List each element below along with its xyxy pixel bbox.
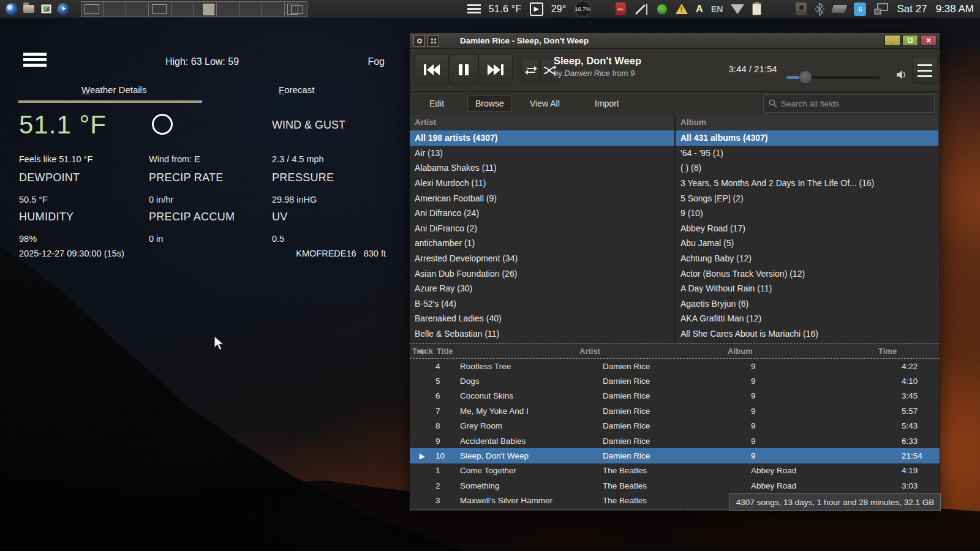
artist-row[interactable]: Alexi Murdoch (11) xyxy=(410,176,674,191)
media-play-icon[interactable]: ▶ xyxy=(530,2,543,16)
minimize-button[interactable]: _ xyxy=(884,35,900,46)
maximize-button[interactable] xyxy=(902,35,918,46)
clock[interactable]: Sat 279:38 AM xyxy=(897,3,974,15)
search-input[interactable] xyxy=(781,99,929,108)
header-time[interactable]: Time xyxy=(878,347,940,356)
tab-edit[interactable]: Edit xyxy=(422,95,451,112)
volume-icon[interactable] xyxy=(896,70,907,80)
album-row[interactable]: 5 Songs [EP] (2) xyxy=(676,190,938,206)
file-manager-icon[interactable] xyxy=(22,2,36,16)
workspace-box[interactable] xyxy=(81,1,104,17)
workspace-box[interactable] xyxy=(172,1,194,17)
workspace-box[interactable] xyxy=(239,1,262,17)
album-row[interactable]: '64 - '95 (1) xyxy=(676,146,938,161)
track-table-header[interactable]: Track Title Artist Album Time xyxy=(410,343,940,359)
artist-row[interactable]: Ani Difranco (24) xyxy=(410,206,674,221)
artist-row[interactable]: Azure Ray (30) xyxy=(410,281,674,296)
track-row[interactable]: 8Grey RoomDamien Rice95:43 xyxy=(410,419,940,433)
enlightenment-logo-icon[interactable] xyxy=(5,2,18,16)
track-row[interactable]: 1Come TogetherThe BeatlesAbbey Road4:19 xyxy=(410,463,940,478)
header-track[interactable]: Track xyxy=(411,347,437,356)
layout-switcher-icon[interactable] xyxy=(731,4,744,14)
workspace-box[interactable] xyxy=(262,1,285,17)
panel-menu-icon[interactable] xyxy=(467,4,481,13)
font-indicator[interactable]: A xyxy=(696,3,703,15)
clipboard-icon[interactable] xyxy=(752,3,761,15)
panel-temperature-2[interactable]: 29° xyxy=(551,4,567,15)
workspace-box[interactable] xyxy=(194,1,217,17)
workspace-box[interactable] xyxy=(285,1,307,17)
next-track-button[interactable] xyxy=(478,54,513,85)
repeat-icon[interactable] xyxy=(521,59,540,81)
album-row[interactable]: Abbey Road (17) xyxy=(676,221,938,236)
color-picker-pencil-icon[interactable] xyxy=(634,2,649,16)
color-swatch-icon[interactable] xyxy=(657,4,668,15)
album-row[interactable]: A Day Without Rain (11) xyxy=(676,281,938,296)
temperature-sensor-icon[interactable]: 6 xyxy=(854,2,866,16)
removable-drive-icon[interactable] xyxy=(831,5,847,13)
album-row[interactable]: 9 (10) xyxy=(676,206,938,221)
keyboard-language[interactable]: EN xyxy=(711,4,723,14)
album-row[interactable]: ( ) (8) xyxy=(676,160,938,176)
track-row[interactable]: 5DogsDamien Rice94:10 xyxy=(410,373,940,388)
window-titlebar[interactable]: Damien Rice - Sleep, Don't Weep _ ✕ xyxy=(410,33,940,49)
album-column-header[interactable]: Album xyxy=(676,114,938,130)
album-row[interactable]: Actor (Bonus Track Version) (12) xyxy=(676,266,938,281)
image-viewer-icon[interactable] xyxy=(39,2,53,16)
display-network-icon[interactable] xyxy=(874,3,889,15)
artist-row[interactable]: American Football (9) xyxy=(410,190,674,206)
tab-forecast[interactable]: Forecast xyxy=(279,84,314,95)
previous-track-button[interactable] xyxy=(415,54,449,85)
dictionary-icon[interactable]: Abc xyxy=(616,2,626,15)
seek-slider-handle[interactable] xyxy=(799,70,812,84)
main-menu-button[interactable] xyxy=(912,57,938,84)
tab-view-all[interactable]: View All xyxy=(522,95,567,112)
header-album[interactable]: Album xyxy=(728,347,878,356)
album-row[interactable]: Achtung Baby (12) xyxy=(676,251,938,266)
pause-button[interactable] xyxy=(449,54,478,85)
album-row[interactable]: 3 Years, 5 Months And 2 Days In The Life… xyxy=(676,176,938,191)
artist-column-header[interactable]: Artist xyxy=(410,114,674,130)
artist-row[interactable]: Belle & Sebastian (11) xyxy=(410,326,674,342)
header-title[interactable]: Title xyxy=(437,347,579,356)
window-menu-button[interactable] xyxy=(413,35,425,47)
tab-weather-details[interactable]: Weather Details xyxy=(81,84,146,95)
workspace-box[interactable] xyxy=(217,1,239,17)
artist-row[interactable]: Arrested Development (34) xyxy=(410,251,674,266)
artist-row[interactable]: Ani DiFranco (2) xyxy=(410,221,674,236)
pointer-settings-icon[interactable] xyxy=(56,2,70,16)
workspace-box[interactable] xyxy=(104,1,126,17)
artist-row[interactable]: Barenaked Ladies (40) xyxy=(410,311,674,326)
window-shade-button[interactable] xyxy=(428,35,439,47)
track-row[interactable]: 2SomethingThe BeatlesAbbey Road3:03 xyxy=(410,478,940,493)
workspace-box[interactable] xyxy=(126,1,149,17)
artist-row[interactable]: antichamber (1) xyxy=(410,236,674,251)
artist-row[interactable]: Asian Dub Foundation (26) xyxy=(410,266,674,281)
panel-temperature[interactable]: 51.6 °F xyxy=(489,4,522,15)
seek-slider[interactable] xyxy=(786,76,880,79)
track-row[interactable]: 9Accidental BabiesDamien Rice96:33 xyxy=(410,433,940,448)
bluetooth-icon[interactable] xyxy=(815,2,824,16)
album-row[interactable]: All 431 albums (4307) xyxy=(676,130,938,146)
header-artist[interactable]: Artist xyxy=(579,347,728,356)
artist-row[interactable]: B-52's (44) xyxy=(410,296,674,312)
tab-import[interactable]: Import xyxy=(587,95,627,112)
close-button[interactable]: ✕ xyxy=(921,35,937,46)
album-row[interactable]: Agaetis Bryjun (6) xyxy=(676,296,938,312)
track-row[interactable]: 4Rootless TreeDamien Rice94:22 xyxy=(410,359,940,373)
cpu-gauge[interactable]: 16.7% xyxy=(575,1,591,17)
track-row[interactable]: 7Me, My Yoke And IDamien Rice95:57 xyxy=(410,403,940,418)
audio-mixer-icon[interactable] xyxy=(796,2,807,15)
workspace-box[interactable] xyxy=(149,1,172,17)
track-row[interactable]: 6Coconut SkinsDamien Rice93:45 xyxy=(410,389,940,403)
album-row[interactable]: All She Cares About is Mariachi (16) xyxy=(676,326,938,342)
artist-row[interactable]: All 198 artists (4307) xyxy=(410,130,674,146)
search-box[interactable] xyxy=(763,94,935,113)
tab-browse[interactable]: Browse xyxy=(467,95,512,112)
artist-row[interactable]: Air (13) xyxy=(410,146,674,161)
warning-icon[interactable] xyxy=(676,4,688,14)
track-row[interactable]: ▶10Sleep, Don't WeepDamien Rice921:54 xyxy=(410,448,940,463)
workspace-pager[interactable] xyxy=(81,1,307,17)
album-row[interactable]: Abu Jamal (5) xyxy=(676,236,938,251)
artist-row[interactable]: Alabama Shakes (11) xyxy=(410,160,674,176)
